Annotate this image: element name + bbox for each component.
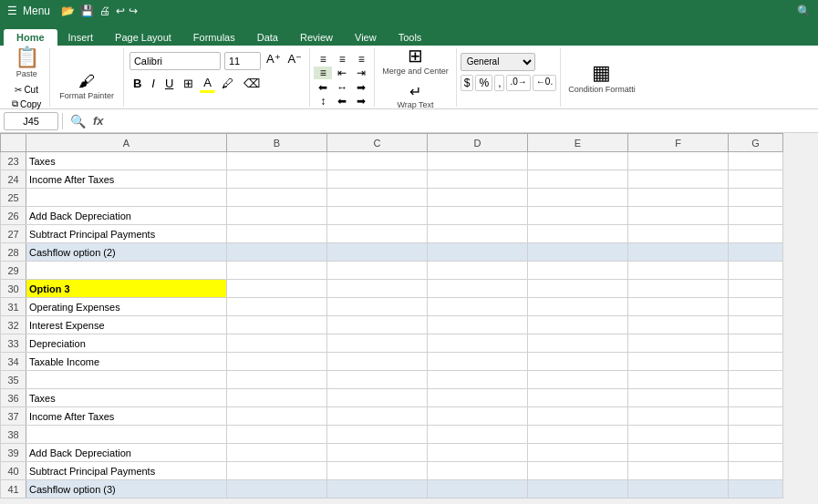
cell-f[interactable] [628,334,729,353]
bold-button[interactable]: B [129,76,145,91]
cell-c[interactable] [327,389,428,407]
cell-f[interactable] [628,207,729,225]
cell-a[interactable]: Interest Expense [26,316,227,334]
cell-e[interactable] [528,480,628,499]
cell-a[interactable] [26,371,227,389]
cell-d[interactable] [428,426,528,444]
cell-a[interactable]: Operating Expenses [26,298,227,316]
cell-g[interactable] [729,207,783,225]
cell-a[interactable]: Depreciation [26,334,227,353]
cell-b[interactable] [227,152,327,170]
cell-g[interactable] [729,444,783,462]
cell-d[interactable] [428,189,528,207]
italic-button[interactable]: I [148,76,159,91]
decrease-decimal-button[interactable]: ←0. [533,75,556,91]
formula-input[interactable] [108,116,814,127]
font-color-button[interactable]: 🖊 [218,76,237,91]
save-icon[interactable]: 💾 [80,5,94,17]
cell-e[interactable] [528,334,628,353]
cell-e[interactable] [528,407,628,426]
cell-g[interactable] [729,243,783,262]
cell-c[interactable] [327,353,428,371]
cell-b[interactable] [227,426,327,444]
cell-g[interactable] [729,152,783,170]
cell-d[interactable] [428,170,528,189]
indent-left-button[interactable]: ⇤ [333,67,351,79]
align-top-center-button[interactable]: ≡ [333,53,351,66]
cell-f[interactable] [628,407,729,426]
cell-b[interactable] [227,407,327,426]
cell-e[interactable] [528,389,628,407]
cell-a[interactable]: Taxes [26,389,227,407]
cell-c[interactable] [327,225,428,243]
cell-e[interactable] [528,426,628,444]
cell-d[interactable] [428,316,528,334]
cell-d[interactable] [428,243,528,262]
cell-b[interactable] [227,280,327,298]
cell-f[interactable] [628,426,729,444]
cell-a[interactable] [26,262,227,280]
print-icon[interactable]: 🖨 [99,5,110,17]
cell-f[interactable] [628,480,729,499]
cell-d[interactable] [428,371,528,389]
open-icon[interactable]: 📂 [61,5,75,17]
cell-d[interactable] [428,262,528,280]
cell-e[interactable] [528,371,628,389]
conditional-formatting-button[interactable]: ▦ Condition Formatti [564,59,639,96]
justify-button[interactable]: ↕ [314,95,332,108]
cell-f[interactable] [628,152,729,170]
clear-button[interactable]: ⌫ [240,76,264,91]
comma-button[interactable]: , [494,75,504,91]
cell-a[interactable]: Taxes [26,152,227,170]
undo-icon[interactable]: ↩ [116,5,125,17]
cell-g[interactable] [729,280,783,298]
cell-g[interactable] [729,389,783,407]
cell-b[interactable] [227,207,327,225]
tab-insert[interactable]: Insert [57,29,105,46]
cell-c[interactable] [327,189,428,207]
cell-b[interactable] [227,462,327,480]
cell-b[interactable] [227,262,327,280]
fill-color-button[interactable]: A [200,75,215,93]
redo-icon[interactable]: ↪ [129,5,138,17]
cell-e[interactable] [528,280,628,298]
cell-e[interactable] [528,170,628,189]
cell-a[interactable] [26,189,227,207]
tab-page-layout[interactable]: Page Layout [104,29,182,46]
cell-g[interactable] [729,189,783,207]
cell-c[interactable] [327,298,428,316]
col-header-a[interactable]: A [26,134,227,152]
wrap-text-button[interactable]: ↵ Wrap Text [393,81,437,111]
col-header-c[interactable]: C [327,134,428,152]
cell-d[interactable] [428,389,528,407]
dollar-button[interactable]: $ [461,75,474,91]
cell-g[interactable] [729,170,783,189]
cell-d[interactable] [428,225,528,243]
cell-e[interactable] [528,316,628,334]
cell-c[interactable] [327,152,428,170]
cell-d[interactable] [428,407,528,426]
cell-g[interactable] [729,353,783,371]
cell-f[interactable] [628,316,729,334]
paste-button[interactable]: 📋 Paste [11,44,43,80]
cell-a[interactable]: Option 3 [26,280,227,298]
cell-d[interactable] [428,353,528,371]
increase-font-button[interactable]: A⁺ [264,52,283,70]
decrease-font-button[interactable]: A⁻ [286,52,305,70]
indent-right-button[interactable]: ⇥ [352,67,370,79]
cell-b[interactable] [227,389,327,407]
cell-g[interactable] [729,262,783,280]
percent-button[interactable]: % [475,75,492,91]
borders-button[interactable]: ⊞ [180,76,197,91]
cell-c[interactable] [327,207,428,225]
underline-button[interactable]: U [161,76,177,91]
cell-a[interactable]: Add Back Depreciation [26,207,227,225]
cell-c[interactable] [327,316,428,334]
cell-b[interactable] [227,243,327,262]
increase-decimal-button[interactable]: .0→ [506,75,530,91]
cell-g[interactable] [729,225,783,243]
cell-f[interactable] [628,444,729,462]
cell-f[interactable] [628,189,729,207]
cell-f[interactable] [628,353,729,371]
cell-c[interactable] [327,462,428,480]
